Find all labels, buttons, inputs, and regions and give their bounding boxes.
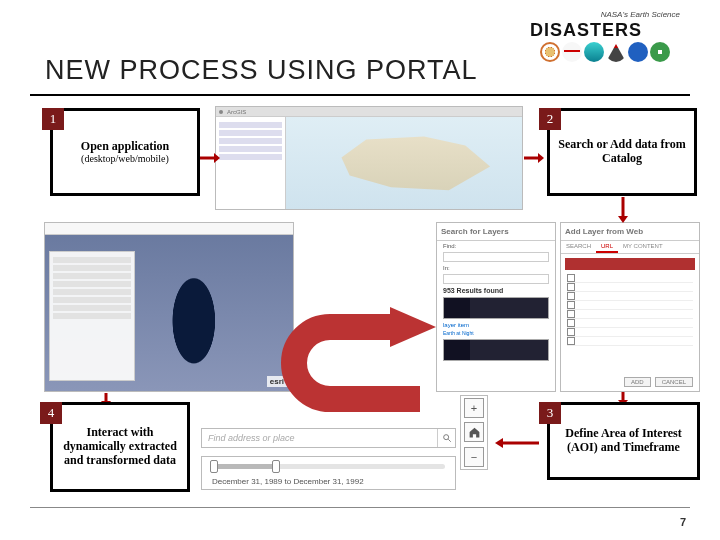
geocoder-input[interactable]: Find address or place	[202, 433, 437, 443]
search-layers-screenshot: Search for Layers Find: In: 953 Results …	[436, 222, 556, 392]
arcgis-map-screenshot: ArcGIS	[215, 106, 523, 210]
geocoder-screenshot: Find address or place	[201, 428, 456, 448]
flood-icon	[628, 42, 648, 62]
satellite-viewer-screenshot: esri	[44, 222, 294, 392]
svg-line-1	[448, 439, 451, 442]
arrow-3-left	[495, 435, 539, 453]
volcano-icon	[606, 42, 626, 62]
layer-checkbox-row[interactable]	[567, 274, 693, 283]
home-extent-button[interactable]	[464, 422, 484, 442]
zoom-in-button[interactable]: +	[464, 398, 484, 418]
disasters-logo: NASA's Earth Science DISASTERS	[530, 10, 690, 60]
addweb-tabs: SEARCH URL MY CONTENT	[561, 241, 699, 254]
arrow-1-to-map	[200, 150, 220, 168]
search-button[interactable]	[437, 429, 455, 447]
result-thumbnail[interactable]	[443, 339, 549, 361]
add-button[interactable]: ADD	[624, 377, 651, 387]
svg-marker-7	[618, 216, 628, 223]
step-1-badge: 1	[42, 108, 64, 130]
addweb-title: Add Layer from Web	[561, 223, 699, 241]
footer-divider	[30, 507, 690, 508]
hurricane-icon	[650, 42, 670, 62]
search-title: Search for Layers	[437, 223, 555, 241]
step-4-badge: 4	[40, 402, 62, 424]
arrow-2-down	[617, 197, 629, 227]
step-3-badge: 3	[539, 402, 561, 424]
step-2-badge: 2	[539, 108, 561, 130]
time-handle-end[interactable]	[272, 460, 280, 473]
layer-checkbox-row[interactable]	[567, 328, 693, 337]
wave-icon	[584, 42, 604, 62]
in-dropdown[interactable]	[443, 274, 549, 284]
layer-checkbox-row[interactable]	[567, 283, 693, 292]
layer-info-panel	[49, 251, 135, 381]
url-input[interactable]	[565, 258, 695, 270]
step-4-label: Interact with dynamically extracted and …	[57, 426, 183, 467]
map-toolbar: ArcGIS	[216, 107, 522, 117]
result-link[interactable]: layer item	[443, 322, 549, 328]
slide-title: NEW PROCESS USING PORTAL	[45, 55, 478, 86]
layer-checkbox-row[interactable]	[567, 292, 693, 301]
layer-checkbox-row[interactable]	[567, 301, 693, 310]
map-sidebar	[216, 117, 286, 209]
loop-arrow	[290, 214, 440, 408]
time-slider-screenshot: December 31, 1989 to December 31, 1992	[201, 456, 456, 490]
step-3-box: Define Area of Interest (AOI) and Timefr…	[547, 402, 700, 480]
earthquake-icon	[562, 42, 582, 62]
step-1-sublabel: (desktop/web/mobile)	[81, 153, 169, 164]
time-handle-start[interactable]	[210, 460, 218, 473]
step-4-box: Interact with dynamically extracted and …	[50, 402, 190, 492]
tab-search[interactable]: SEARCH	[561, 241, 596, 253]
radar-icon	[540, 42, 560, 62]
logo-hazard-icons	[540, 42, 670, 62]
step-1-label: Open application	[81, 140, 169, 154]
svg-marker-3	[214, 153, 220, 163]
svg-marker-5	[538, 153, 544, 163]
in-label: In:	[443, 265, 549, 271]
tab-url[interactable]: URL	[596, 241, 618, 253]
find-label: Find:	[443, 243, 549, 249]
svg-marker-14	[390, 307, 436, 347]
add-layer-web-screenshot: Add Layer from Web SEARCH URL MY CONTENT…	[560, 222, 700, 392]
page-number: 7	[680, 516, 686, 528]
zoom-controls-screenshot: + −	[460, 395, 488, 470]
title-underline	[30, 94, 690, 96]
time-range-fill	[212, 464, 277, 469]
find-input[interactable]	[443, 252, 549, 262]
cancel-button[interactable]: CANCEL	[655, 377, 693, 387]
step-3-label: Define Area of Interest (AOI) and Timefr…	[554, 427, 693, 455]
results-count: 953 Results found	[443, 287, 549, 294]
layer-checkbox-row[interactable]	[567, 337, 693, 346]
tab-mycontent[interactable]: MY CONTENT	[618, 241, 668, 253]
search-icon	[442, 433, 452, 443]
svg-point-0	[443, 435, 448, 440]
service-layer-list	[567, 274, 693, 346]
map-toolbar-label: ArcGIS	[227, 109, 246, 115]
home-icon	[468, 426, 481, 439]
arrow-map-to-2	[524, 150, 544, 168]
time-range-label: December 31, 1989 to December 31, 1992	[212, 477, 364, 486]
result-categories: Earth at Night	[443, 330, 549, 336]
logo-tagline: NASA's Earth Science	[601, 10, 680, 19]
step-2-box: Search or Add data from Catalog	[547, 108, 697, 196]
north-america-map	[286, 117, 522, 209]
result-thumbnail[interactable]	[443, 297, 549, 319]
logo-word: DISASTERS	[530, 20, 642, 41]
step-2-label: Search or Add data from Catalog	[554, 138, 690, 166]
step-1-box: Open application (desktop/web/mobile)	[50, 108, 200, 196]
layer-checkbox-row[interactable]	[567, 319, 693, 328]
zoom-out-button[interactable]: −	[464, 447, 484, 467]
svg-marker-11	[495, 438, 503, 448]
layer-checkbox-row[interactable]	[567, 310, 693, 319]
